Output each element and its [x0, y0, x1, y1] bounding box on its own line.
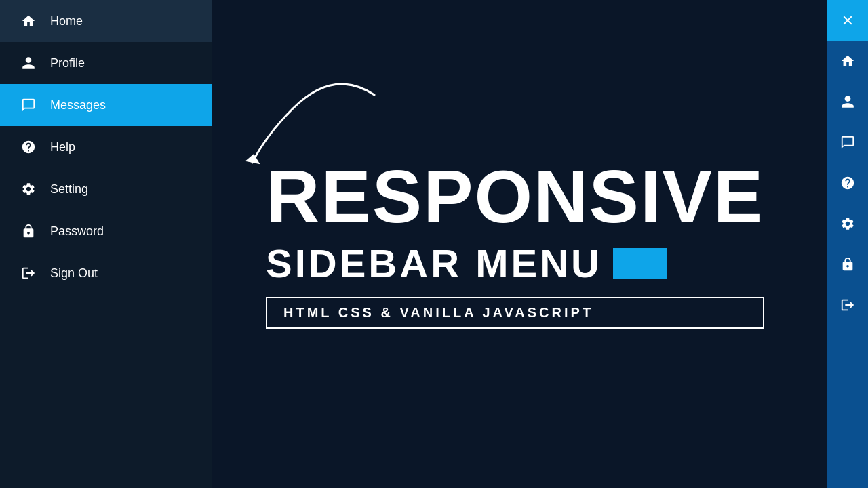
sidebar-item-signout[interactable]: Sign Out — [0, 252, 212, 294]
mini-home-icon — [840, 54, 855, 68]
main-content: RESPONSIVE SIDEBAR MENU HTML CSS & VANIL… — [212, 0, 827, 488]
mini-sidebar-help[interactable] — [827, 163, 868, 203]
sidebar-item-home[interactable]: Home — [0, 0, 212, 42]
mini-messages-icon — [840, 135, 855, 150]
mini-profile-icon — [840, 94, 855, 109]
arrow-annotation — [225, 54, 415, 190]
mini-sidebar — [827, 0, 868, 488]
signout-icon — [19, 264, 38, 283]
blue-accent-box — [613, 248, 667, 279]
mini-sidebar-signout[interactable] — [827, 285, 868, 325]
help-icon — [19, 138, 38, 157]
mini-sidebar-password[interactable] — [827, 244, 868, 285]
home-icon — [19, 12, 38, 30]
profile-icon — [19, 54, 38, 73]
sidebar-item-help[interactable]: Help — [0, 126, 212, 168]
svg-marker-0 — [244, 153, 260, 168]
messages-icon — [19, 96, 38, 115]
sidebar-item-profile[interactable]: Profile — [0, 42, 212, 84]
mini-sidebar-home[interactable] — [827, 41, 868, 81]
sidebar-item-password[interactable]: Password — [0, 210, 212, 252]
setting-icon — [19, 180, 38, 199]
mini-help-icon — [840, 176, 855, 190]
sidebar-item-password-label: Password — [50, 224, 104, 239]
mini-sidebar-close[interactable] — [827, 0, 868, 41]
sidebar-item-setting-label: Setting — [50, 182, 88, 197]
sidebar-item-profile-label: Profile — [50, 56, 85, 70]
sidebar-item-messages-label: Messages — [50, 98, 106, 113]
password-icon — [19, 222, 38, 241]
title-line2: SIDEBAR MENU — [266, 241, 764, 286]
left-sidebar: Home Profile Messages Help — [0, 0, 212, 488]
mini-password-icon — [840, 257, 855, 272]
mini-sidebar-profile[interactable] — [827, 81, 868, 122]
subtitle: HTML CSS & VANILLA JAVASCRIPT — [266, 297, 764, 329]
mini-signout-icon — [840, 298, 855, 312]
sidebar-item-messages[interactable]: Messages — [0, 84, 212, 126]
mini-sidebar-setting[interactable] — [827, 203, 868, 244]
close-icon — [840, 13, 855, 28]
sidebar-item-setting[interactable]: Setting — [0, 168, 212, 210]
sidebar-item-home-label: Home — [50, 14, 83, 28]
mini-sidebar-messages[interactable] — [827, 122, 868, 163]
sidebar-item-help-label: Help — [50, 140, 75, 155]
sidebar-item-signout-label: Sign Out — [50, 266, 98, 281]
mini-setting-icon — [840, 216, 855, 231]
